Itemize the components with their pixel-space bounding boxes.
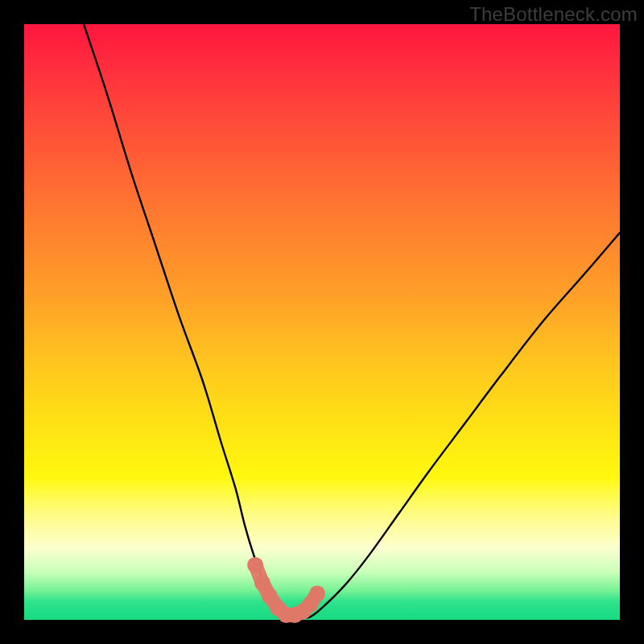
chart-svg xyxy=(24,24,620,620)
valley-marker-dot xyxy=(309,585,325,601)
bottleneck-curve-path xyxy=(84,24,620,618)
watermark-text: TheBottleneck.com xyxy=(469,3,638,26)
chart-frame: TheBottleneck.com xyxy=(0,0,644,644)
plot-area xyxy=(24,24,620,620)
valley-marker-dot xyxy=(247,557,263,573)
valley-marker-group xyxy=(247,557,325,623)
